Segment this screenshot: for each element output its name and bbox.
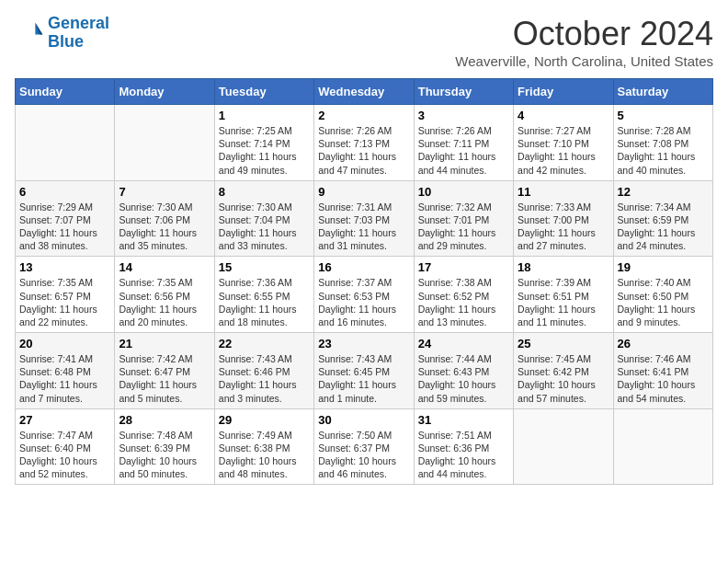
- day-info: Sunrise: 7:26 AMSunset: 7:13 PMDaylight:…: [318, 124, 409, 177]
- day-number: 21: [119, 337, 210, 350]
- day-info: Sunrise: 7:38 AMSunset: 6:52 PMDaylight:…: [418, 276, 509, 328]
- day-number: 27: [19, 413, 110, 427]
- day-number: 23: [318, 337, 409, 350]
- day-number: 29: [219, 413, 310, 427]
- day-info: Sunrise: 7:43 AMSunset: 6:46 PMDaylight:…: [219, 352, 310, 405]
- day-number: 30: [318, 413, 409, 427]
- day-number: 15: [219, 260, 310, 274]
- calendar-cell: 23Sunrise: 7:43 AMSunset: 6:45 PMDayligh…: [314, 333, 414, 409]
- day-number: 11: [518, 185, 609, 199]
- day-number: 18: [518, 260, 609, 274]
- calendar-week-2: 6Sunrise: 7:29 AMSunset: 7:07 PMDaylight…: [16, 180, 713, 257]
- calendar-table: SundayMondayTuesdayWednesdayThursdayFrid…: [15, 78, 713, 485]
- calendar-cell: 30Sunrise: 7:50 AMSunset: 6:37 PMDayligh…: [314, 408, 414, 485]
- month-title: October 2024: [455, 15, 713, 53]
- day-number: 3: [418, 109, 509, 122]
- calendar-cell: 22Sunrise: 7:43 AMSunset: 6:46 PMDayligh…: [214, 333, 313, 409]
- day-number: 19: [618, 260, 709, 274]
- day-info: Sunrise: 7:29 AMSunset: 7:07 PMDaylight:…: [19, 201, 110, 253]
- calendar-cell: 11Sunrise: 7:33 AMSunset: 7:00 PMDayligh…: [514, 180, 613, 257]
- calendar-cell: 9Sunrise: 7:31 AMSunset: 7:03 PMDaylight…: [314, 180, 414, 257]
- calendar-week-3: 13Sunrise: 7:35 AMSunset: 6:57 PMDayligh…: [16, 257, 713, 333]
- day-number: 8: [219, 185, 310, 199]
- calendar-cell: 5Sunrise: 7:28 AMSunset: 7:08 PMDaylight…: [613, 105, 712, 181]
- calendar-cell: 20Sunrise: 7:41 AMSunset: 6:48 PMDayligh…: [16, 333, 115, 409]
- day-number: 4: [518, 109, 609, 122]
- day-number: 12: [618, 185, 709, 199]
- day-number: 16: [318, 260, 409, 274]
- day-info: Sunrise: 7:34 AMSunset: 6:59 PMDaylight:…: [618, 201, 709, 253]
- header-row: SundayMondayTuesdayWednesdayThursdayFrid…: [16, 79, 713, 105]
- day-number: 20: [19, 337, 110, 350]
- day-info: Sunrise: 7:35 AMSunset: 6:57 PMDaylight:…: [19, 276, 110, 328]
- day-number: 14: [119, 260, 210, 274]
- logo-text: General Blue: [48, 15, 109, 52]
- calendar-cell: 27Sunrise: 7:47 AMSunset: 6:40 PMDayligh…: [16, 408, 115, 485]
- calendar-cell: 31Sunrise: 7:51 AMSunset: 6:36 PMDayligh…: [414, 408, 513, 485]
- day-info: Sunrise: 7:25 AMSunset: 7:14 PMDaylight:…: [219, 124, 310, 177]
- calendar-cell: 10Sunrise: 7:32 AMSunset: 7:01 PMDayligh…: [414, 180, 513, 257]
- calendar-week-4: 20Sunrise: 7:41 AMSunset: 6:48 PMDayligh…: [16, 333, 713, 409]
- header-day-sunday: Sunday: [16, 79, 115, 105]
- day-number: 6: [19, 185, 110, 199]
- day-info: Sunrise: 7:30 AMSunset: 7:04 PMDaylight:…: [219, 201, 310, 253]
- calendar-cell: 24Sunrise: 7:44 AMSunset: 6:43 PMDayligh…: [414, 333, 513, 409]
- calendar-cell: 14Sunrise: 7:35 AMSunset: 6:56 PMDayligh…: [115, 257, 214, 333]
- calendar-cell: 18Sunrise: 7:39 AMSunset: 6:51 PMDayligh…: [514, 257, 613, 333]
- calendar-cell: 25Sunrise: 7:45 AMSunset: 6:42 PMDayligh…: [514, 333, 613, 409]
- day-number: 7: [119, 185, 210, 199]
- calendar-cell: [115, 105, 214, 181]
- calendar-cell: 12Sunrise: 7:34 AMSunset: 6:59 PMDayligh…: [613, 180, 712, 257]
- calendar-cell: 1Sunrise: 7:25 AMSunset: 7:14 PMDaylight…: [214, 105, 313, 181]
- day-info: Sunrise: 7:26 AMSunset: 7:11 PMDaylight:…: [418, 124, 509, 177]
- title-block: October 2024 Weaverville, North Carolina…: [455, 15, 713, 69]
- day-number: 28: [119, 413, 210, 427]
- header-day-monday: Monday: [115, 79, 214, 105]
- day-number: 25: [518, 337, 609, 350]
- calendar-cell: 8Sunrise: 7:30 AMSunset: 7:04 PMDaylight…: [214, 180, 313, 257]
- day-info: Sunrise: 7:45 AMSunset: 6:42 PMDaylight:…: [518, 352, 609, 405]
- day-number: 9: [318, 185, 409, 199]
- calendar-cell: 15Sunrise: 7:36 AMSunset: 6:55 PMDayligh…: [214, 257, 313, 333]
- calendar-week-5: 27Sunrise: 7:47 AMSunset: 6:40 PMDayligh…: [16, 408, 713, 485]
- day-number: 24: [418, 337, 509, 350]
- day-info: Sunrise: 7:32 AMSunset: 7:01 PMDaylight:…: [418, 201, 509, 253]
- day-number: 5: [618, 109, 709, 122]
- logo: General Blue: [15, 15, 109, 52]
- day-info: Sunrise: 7:27 AMSunset: 7:10 PMDaylight:…: [518, 124, 609, 177]
- calendar-cell: 3Sunrise: 7:26 AMSunset: 7:11 PMDaylight…: [414, 105, 513, 181]
- calendar-cell: 29Sunrise: 7:49 AMSunset: 6:38 PMDayligh…: [214, 408, 313, 485]
- day-number: 22: [219, 337, 310, 350]
- calendar-body: 1Sunrise: 7:25 AMSunset: 7:14 PMDaylight…: [16, 105, 713, 485]
- day-info: Sunrise: 7:39 AMSunset: 6:51 PMDaylight:…: [518, 276, 609, 328]
- calendar-cell: 21Sunrise: 7:42 AMSunset: 6:47 PMDayligh…: [115, 333, 214, 409]
- day-number: 26: [618, 337, 709, 350]
- calendar-cell: 7Sunrise: 7:30 AMSunset: 7:06 PMDaylight…: [115, 180, 214, 257]
- day-info: Sunrise: 7:35 AMSunset: 6:56 PMDaylight:…: [119, 276, 210, 328]
- logo-icon: [15, 18, 44, 48]
- page-header: General Blue October 2024 Weaverville, N…: [15, 15, 713, 69]
- day-info: Sunrise: 7:33 AMSunset: 7:00 PMDaylight:…: [518, 201, 609, 253]
- header-day-tuesday: Tuesday: [214, 79, 313, 105]
- location-subtitle: Weaverville, North Carolina, United Stat…: [455, 53, 713, 69]
- calendar-cell: 13Sunrise: 7:35 AMSunset: 6:57 PMDayligh…: [16, 257, 115, 333]
- day-number: 10: [418, 185, 509, 199]
- day-info: Sunrise: 7:43 AMSunset: 6:45 PMDaylight:…: [318, 352, 409, 405]
- day-info: Sunrise: 7:28 AMSunset: 7:08 PMDaylight:…: [618, 124, 709, 177]
- day-info: Sunrise: 7:37 AMSunset: 6:53 PMDaylight:…: [318, 276, 409, 328]
- day-info: Sunrise: 7:49 AMSunset: 6:38 PMDaylight:…: [219, 429, 310, 481]
- calendar-cell: 17Sunrise: 7:38 AMSunset: 6:52 PMDayligh…: [414, 257, 513, 333]
- header-day-saturday: Saturday: [613, 79, 712, 105]
- day-number: 2: [318, 109, 409, 122]
- day-info: Sunrise: 7:40 AMSunset: 6:50 PMDaylight:…: [618, 276, 709, 328]
- calendar-cell: 28Sunrise: 7:48 AMSunset: 6:39 PMDayligh…: [115, 408, 214, 485]
- day-number: 17: [418, 260, 509, 274]
- calendar-cell: 6Sunrise: 7:29 AMSunset: 7:07 PMDaylight…: [16, 180, 115, 257]
- header-day-friday: Friday: [514, 79, 613, 105]
- day-info: Sunrise: 7:50 AMSunset: 6:37 PMDaylight:…: [318, 429, 409, 481]
- day-info: Sunrise: 7:41 AMSunset: 6:48 PMDaylight:…: [19, 352, 110, 405]
- day-info: Sunrise: 7:47 AMSunset: 6:40 PMDaylight:…: [19, 429, 110, 481]
- day-number: 13: [19, 260, 110, 274]
- day-info: Sunrise: 7:30 AMSunset: 7:06 PMDaylight:…: [119, 201, 210, 253]
- calendar-header: SundayMondayTuesdayWednesdayThursdayFrid…: [16, 79, 713, 105]
